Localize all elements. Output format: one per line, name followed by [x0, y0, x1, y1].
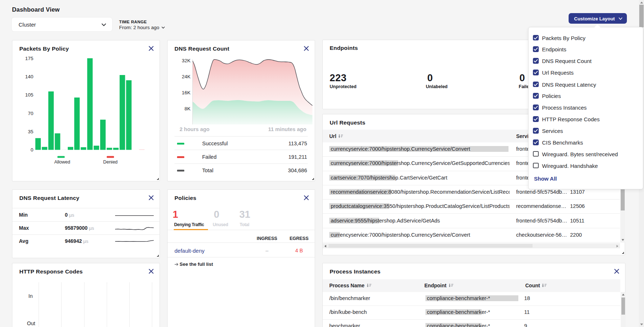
svg-text:140: 140	[25, 74, 34, 79]
svg-text:70: 70	[28, 111, 34, 116]
svg-text:0: 0	[31, 147, 34, 153]
svg-text:16K: 16K	[182, 90, 191, 95]
svg-text:105: 105	[25, 92, 34, 98]
svg-text:Denied: Denied	[103, 159, 118, 165]
svg-text:8K: 8K	[184, 106, 191, 111]
svg-text:35: 35	[28, 129, 34, 134]
svg-text:Allowed: Allowed	[54, 159, 70, 165]
svg-text:175: 175	[25, 56, 34, 61]
svg-text:32K: 32K	[182, 58, 191, 63]
svg-text:24K: 24K	[182, 74, 191, 79]
